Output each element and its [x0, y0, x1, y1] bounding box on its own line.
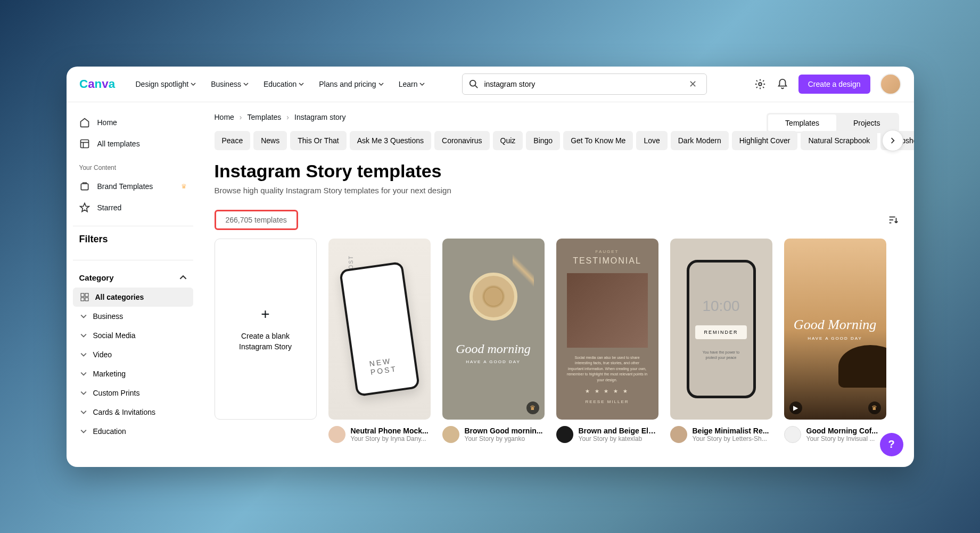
chip-natural-scrapbook[interactable]: Natural Scrapbook	[801, 131, 877, 150]
search-box[interactable]: ✕	[462, 73, 707, 95]
template-card: Good Morning HAVE A GOOD DAY ▶ ♛ Good Mo…	[784, 239, 886, 443]
chip-ask-me[interactable]: Ask Me 3 Questions	[350, 131, 431, 150]
chip-quiz[interactable]: Quiz	[493, 131, 523, 150]
chevron-right-icon	[890, 137, 896, 144]
chip-highlight-cover[interactable]: Highlight Cover	[732, 131, 798, 150]
notifications-button[interactable]	[776, 78, 789, 91]
card-meta: Good Morning Cof... Your Story by Invisu…	[784, 426, 886, 443]
settings-button[interactable]	[754, 78, 767, 91]
chevron-down-icon	[419, 81, 425, 87]
blank-template-card[interactable]: + Create a blankInstagram Story	[215, 239, 317, 443]
sort-icon	[887, 214, 899, 226]
card-meta: Beige Minimalist Re... Your Story by Let…	[670, 426, 772, 443]
category-social-media[interactable]: Social Media	[73, 326, 193, 345]
divider	[73, 226, 193, 226]
card-title[interactable]: Beige Minimalist Re...	[693, 427, 769, 435]
toggle-projects[interactable]: Projects	[836, 114, 897, 132]
sidebar-home[interactable]: Home	[73, 112, 193, 133]
svg-rect-8	[81, 293, 84, 297]
svg-rect-10	[81, 298, 84, 301]
chip-bingo[interactable]: Bingo	[526, 131, 560, 150]
template-card: FAUGET TESTIMONIAL Social media can also…	[556, 239, 658, 443]
home-icon	[79, 117, 90, 128]
card-meta: Brown Good mornin... Your Story by ygank…	[442, 426, 545, 443]
card-title[interactable]: Good Morning Cof...	[806, 427, 878, 435]
card-title[interactable]: Brown and Beige Ele...	[579, 427, 658, 435]
card-title[interactable]: Neutral Phone Mock...	[351, 427, 429, 435]
sidebar-section-your-content: Your Content	[73, 154, 193, 176]
category-marketing[interactable]: Marketing	[73, 364, 193, 383]
chevron-down-icon	[80, 371, 87, 377]
author-avatar[interactable]	[328, 426, 345, 443]
nav-plans-pricing[interactable]: Plans and pricing	[319, 80, 383, 88]
template-card: Good morning HAVE A GOOD DAY ♛ Brown Goo…	[442, 239, 545, 443]
blank-thumb[interactable]: + Create a blankInstagram Story	[215, 239, 317, 420]
sidebar-all-templates[interactable]: All templates	[73, 133, 193, 154]
chip-love[interactable]: Love	[636, 131, 667, 150]
user-avatar[interactable]	[880, 73, 901, 95]
premium-badge-icon: ♛	[526, 401, 539, 414]
canva-logo[interactable]: Canva	[79, 77, 125, 92]
svg-line-2	[475, 85, 478, 88]
breadcrumb-home[interactable]: Home	[215, 113, 234, 121]
breadcrumb-separator: ›	[286, 113, 289, 121]
chip-get-to-know[interactable]: Get To Know Me	[563, 131, 633, 150]
author-avatar[interactable]	[670, 426, 687, 443]
template-thumb[interactable]: Good morning HAVE A GOOD DAY ♛	[442, 239, 545, 420]
filters-title: Filters	[73, 234, 193, 252]
card-title[interactable]: Brown Good mornin...	[465, 427, 543, 435]
star-icon	[79, 202, 90, 213]
breadcrumb-templates[interactable]: Templates	[248, 113, 282, 121]
templates-icon	[79, 138, 90, 149]
nav-education[interactable]: Education	[263, 80, 304, 88]
plus-icon: +	[261, 306, 269, 323]
sidebar-starred[interactable]: Starred	[73, 197, 193, 218]
search-input[interactable]	[484, 80, 686, 88]
card-author: Your Story by katexlab	[579, 435, 658, 442]
toggle-templates[interactable]: Templates	[768, 114, 836, 132]
card-author: Your Story by Iryna Dany...	[351, 435, 429, 442]
svg-rect-7	[81, 184, 88, 190]
category-education[interactable]: Education	[73, 422, 193, 441]
chevron-down-icon	[299, 81, 304, 87]
author-avatar[interactable]	[556, 426, 573, 443]
card-author: Your Story by yganko	[465, 435, 543, 442]
chip-peace[interactable]: Peace	[215, 131, 251, 150]
sort-button[interactable]	[887, 214, 899, 226]
chip-coronavirus[interactable]: Coronavirus	[434, 131, 489, 150]
category-all[interactable]: All categories	[73, 288, 193, 307]
chip-news[interactable]: News	[253, 131, 287, 150]
main-content: Templates Projects Home › Templates › In…	[200, 102, 914, 467]
author-avatar[interactable]	[784, 426, 801, 443]
sidebar: Home All templates Your Content Brand Te…	[67, 102, 200, 467]
nav-learn[interactable]: Learn	[399, 80, 425, 88]
clear-search-icon[interactable]: ✕	[686, 78, 700, 90]
template-thumb[interactable]: Good Morning HAVE A GOOD DAY ▶ ♛	[784, 239, 886, 420]
chip-this-or-that[interactable]: This Or That	[290, 131, 347, 150]
gear-icon	[754, 78, 766, 90]
nav-design-spotlight[interactable]: Design spotlight	[136, 80, 196, 88]
template-thumb[interactable]: 10:00 REMINDER You have the power toprot…	[670, 239, 772, 420]
nav-business[interactable]: Business	[211, 80, 249, 88]
filter-category-header[interactable]: Category	[73, 268, 193, 288]
category-cards-invitations[interactable]: Cards & Invitations	[73, 403, 193, 422]
create-design-button[interactable]: Create a design	[798, 75, 870, 94]
sidebar-brand-templates[interactable]: Brand Templates♛	[73, 176, 193, 197]
category-custom-prints[interactable]: Custom Prints	[73, 383, 193, 403]
svg-text:Canva: Canva	[79, 77, 116, 90]
chips-next-button[interactable]	[882, 130, 903, 151]
divider	[73, 260, 193, 260]
category-business[interactable]: Business	[73, 307, 193, 326]
author-avatar[interactable]	[442, 426, 459, 443]
template-thumb[interactable]: NEW POST NEW POST	[328, 239, 431, 420]
breadcrumb-current: Instagram story	[294, 113, 345, 121]
template-thumb[interactable]: FAUGET TESTIMONIAL Social media can also…	[556, 239, 658, 420]
search-icon	[469, 79, 479, 89]
svg-rect-11	[85, 298, 88, 301]
chip-dark-modern[interactable]: Dark Modern	[671, 131, 729, 150]
help-button[interactable]: ?	[880, 433, 903, 456]
chevron-down-icon	[80, 390, 87, 396]
category-video[interactable]: Video	[73, 345, 193, 364]
chevron-down-icon	[191, 81, 196, 87]
template-count: 266,705 templates	[215, 210, 298, 230]
